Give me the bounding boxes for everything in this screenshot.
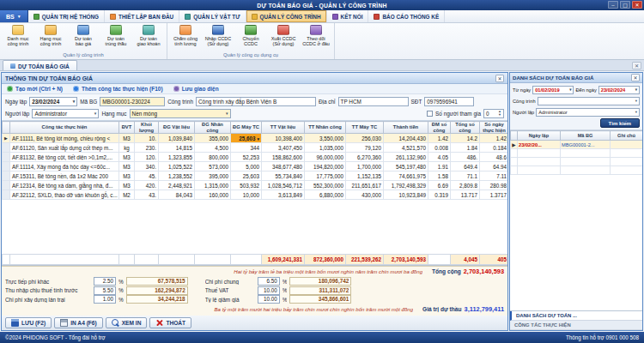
grid-row[interactable]: ▶AF.11111, Bê tông lót móng, chiều rộng …: [3, 134, 508, 143]
grid-col-header[interactable]: TT Máy TC: [346, 122, 384, 134]
grid-cell[interactable]: 230.: [135, 143, 159, 153]
grid-cell[interactable]: M3: [119, 172, 135, 181]
grid-col-header[interactable]: Khối lượng: [135, 122, 159, 134]
menu-tab-1[interactable]: QUẢN TRỊ HỆ THỐNG: [28, 10, 105, 22]
sidebar-tab-2[interactable]: CÔNG TÁC THỰC HIỆN: [510, 321, 642, 330]
app-menu-button[interactable]: BS ▼: [0, 10, 28, 22]
grid-cell[interactable]: 14,204,430: [384, 134, 428, 143]
fee-percent-input[interactable]: 10.00: [258, 295, 280, 304]
fee-percent-input[interactable]: 2.50: [94, 277, 116, 286]
selected-cell[interactable]: 25,603▾: [231, 134, 262, 143]
ribbon-button-timesheet[interactable]: Chấm công tính lương: [169, 24, 202, 51]
grid-cell[interactable]: 4,521,570: [384, 143, 428, 153]
grid-col-header[interactable]: Tổng số công: [451, 122, 480, 134]
grid-cell[interactable]: 1.84: [451, 143, 480, 153]
grid-cell[interactable]: 10,000: [231, 190, 262, 200]
menu-tab-5[interactable]: KẾT NỐI: [327, 10, 369, 22]
grid-cell[interactable]: 0.184: [480, 143, 508, 153]
grid-cell[interactable]: 1,152,135: [346, 172, 384, 181]
sidebar-tab-1[interactable]: DANH SÁCH DỰ TOÁN ...: [510, 311, 642, 321]
grid-cell[interactable]: 1.58: [428, 172, 451, 181]
grid-cell[interactable]: AF.32112, SXLD, tháo dỡ ván khuôn gỗ, c.…: [10, 190, 119, 200]
grid-row[interactable]: AF.81132, Bê tông cột, tiết diện >0,1m2,…: [3, 153, 508, 162]
grid-cell[interactable]: 71.1: [451, 172, 480, 181]
grid-cell[interactable]: 1,315,000: [195, 181, 231, 190]
grid-col-header[interactable]: Thành tiền: [384, 122, 428, 134]
minimize-button[interactable]: –: [608, 1, 618, 9]
grid-cell[interactable]: 74,661,975: [384, 172, 428, 181]
menu-tab-2[interactable]: THIẾT LẬP BAN ĐẦU: [105, 10, 179, 22]
grid-cell[interactable]: 430,000: [346, 190, 384, 200]
grid-cell[interactable]: AF.81132, Bê tông cột, tiết diện >0,1m2,…: [10, 153, 119, 162]
grid-row[interactable]: AF.11114, Xây móng đá hộc dày <=60c...M3…: [3, 162, 508, 172]
grid-col-header[interactable]: TT Nhân công: [305, 122, 346, 134]
grid-cell[interactable]: 25,603: [231, 172, 262, 181]
grid-cell[interactable]: M3: [119, 162, 135, 172]
participants-checkbox[interactable]: [427, 111, 433, 117]
menu-tab-3[interactable]: QUẢN LÝ VẬT TƯ: [179, 10, 246, 22]
save-button[interactable]: LƯU (F2): [5, 317, 52, 328]
grid-cell[interactable]: 211,651,617: [346, 181, 384, 190]
sidebar-creator-input[interactable]: Administrator▾: [536, 108, 640, 117]
grid-cell[interactable]: 0.319: [428, 190, 451, 200]
grid-cell[interactable]: 2,448,921: [159, 181, 195, 190]
fee-percent-input[interactable]: 1.00: [94, 295, 116, 304]
grid-cell[interactable]: 43.: [135, 190, 159, 200]
participants-stepper[interactable]: 0▲▼: [483, 109, 504, 118]
grid-cell[interactable]: 6,880,000: [305, 190, 346, 200]
grid-cell[interactable]: M2: [119, 190, 135, 200]
sidebar-col-header[interactable]: Ngày lập: [518, 131, 561, 141]
grid-row[interactable]: AF.61120, Sản xuất lắp dựng cốt thép m..…: [3, 143, 508, 153]
grid-cell[interactable]: 256,030: [346, 134, 384, 143]
grid-cell[interactable]: AF.15311, Bê tông nền, đá 1x2 Mác 200: [10, 172, 119, 181]
menu-tab-6[interactable]: BÁO CÁO THỐNG KÊ: [368, 10, 445, 22]
grid-cell[interactable]: 1,792,498,329: [384, 181, 428, 190]
grid-cell[interactable]: 1,700,000: [346, 162, 384, 172]
grid-cell[interactable]: 84,043: [159, 190, 195, 200]
grid-cell[interactable]: 261,132,960: [384, 153, 428, 162]
grid-cell[interactable]: kg: [119, 143, 135, 153]
grid-cell[interactable]: 14,815: [159, 143, 195, 153]
grid-cell[interactable]: 13.717: [451, 190, 480, 200]
grid-cell[interactable]: 1,323,855: [159, 153, 195, 162]
grid-cell[interactable]: 194,820,000: [305, 162, 346, 172]
grid-cell[interactable]: 45.: [135, 172, 159, 181]
ribbon-button-project-list[interactable]: Danh mục công trình: [2, 24, 34, 51]
grid-cell[interactable]: 1.42: [428, 134, 451, 143]
category-input[interactable]: Nền móng▾: [130, 109, 231, 118]
grid-cell[interactable]: 1,039,840: [159, 134, 195, 143]
sidebar-grid-row[interactable]: ▶23/02/20...MBG00001-2...: [511, 141, 643, 149]
sidebar-cell-date[interactable]: 23/02/20...: [518, 141, 561, 149]
grid-cell[interactable]: 10,923,849: [384, 190, 428, 200]
grid-cell[interactable]: 348,677,480: [262, 162, 305, 172]
tab-close-icon[interactable]: ✕: [632, 62, 641, 69]
date-input[interactable]: 23/02/2024▾: [29, 97, 77, 106]
quick-link-2[interactable]: Thêm công tác thực hiện (F10): [73, 86, 163, 92]
grid-cell[interactable]: 340.: [135, 162, 159, 172]
grid-cell[interactable]: AF.11114, Xây móng đá hộc dày <=60c...: [10, 162, 119, 172]
grid-cell[interactable]: 17,775,000: [305, 172, 346, 181]
grid-cell[interactable]: M3: [119, 134, 135, 143]
maximize-button[interactable]: ▢: [620, 1, 630, 9]
ribbon-button-track-tools[interactable]: Theo dõi CCDC ở đâu: [300, 24, 332, 51]
sidebar-col-header[interactable]: Ghi chú: [611, 131, 643, 141]
ribbon-button-quote-estimate[interactable]: Dự toán báo giá: [67, 24, 100, 51]
grid-cell[interactable]: 96,000,000: [305, 153, 346, 162]
grid-cell[interactable]: 573,000: [195, 162, 231, 172]
grid-cell[interactable]: AF.61120, Sản xuất lắp dựng cốt thép m..…: [10, 143, 119, 153]
grid-cell[interactable]: 14.2: [451, 134, 480, 143]
phone-input[interactable]: 0979596941: [424, 97, 474, 106]
fee-percent-input[interactable]: 5.50: [94, 286, 116, 295]
quick-link-1[interactable]: Tạo mới (Ctrl + N): [7, 86, 63, 92]
grid-cell[interactable]: 3,407,450: [262, 143, 305, 153]
ribbon-button-export-tools[interactable]: Xuất CCDC (Sử dụng): [267, 24, 300, 51]
grid-cell[interactable]: AF.11111, Bê tông lót móng, chiều rộng <: [10, 134, 119, 143]
sidebar-close-icon[interactable]: ✕: [631, 74, 640, 81]
ribbon-button-assign-estimate[interactable]: Dự toán giao khoán: [132, 24, 165, 51]
project-input[interactable]: Công trình xây đắp Bệnh Viện B: [196, 97, 316, 106]
ribbon-button-import-tools[interactable]: Nhập CCDC (Sử dụng): [202, 24, 234, 51]
grid-cell[interactable]: 1.42: [480, 134, 508, 143]
grid-cell[interactable]: 6,270,360: [346, 153, 384, 162]
grid-cell[interactable]: 1,025,522: [159, 162, 195, 172]
grid-cell[interactable]: 7.11: [480, 172, 508, 181]
